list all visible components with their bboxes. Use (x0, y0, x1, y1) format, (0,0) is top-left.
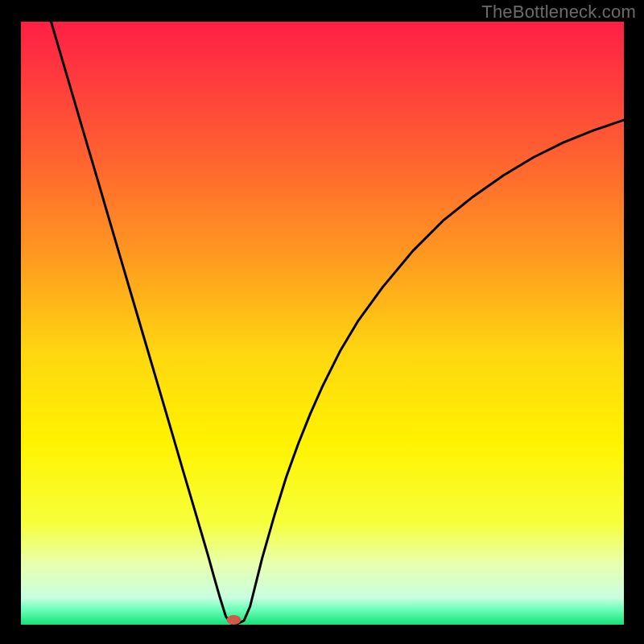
current-point-marker (226, 615, 241, 625)
bottleneck-chart (0, 0, 644, 644)
plot-background (21, 22, 624, 625)
watermark-text: TheBottleneck.com (481, 2, 636, 23)
chart-frame: TheBottleneck.com (0, 0, 644, 644)
